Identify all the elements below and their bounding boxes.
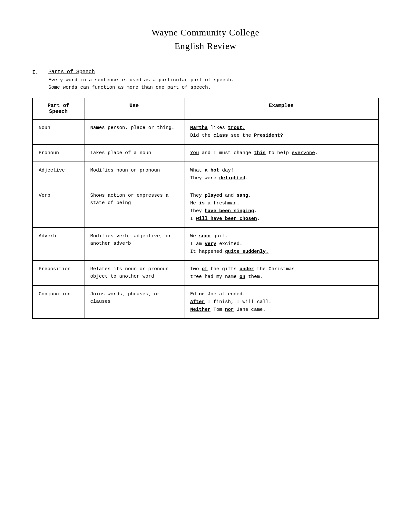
part-pronoun: Pronoun: [33, 144, 84, 162]
use-verb: Shows action or expresses a state of bei…: [84, 187, 184, 228]
section-description: Every word in a sentence is used as a pa…: [48, 77, 379, 91]
examples-adverb: We soon quit. I am very excited. It happ…: [184, 228, 378, 261]
part-noun: Noun: [33, 119, 84, 144]
page-title: Wayne Community College English Review: [32, 26, 379, 53]
examples-noun: Martha likes trout. Did the class see th…: [184, 119, 378, 144]
table-row: Adjective Modifies noun or pronoun What …: [33, 162, 378, 187]
part-adverb: Adverb: [33, 228, 84, 261]
table-header-row: Part ofSpeech Use Examples: [33, 98, 378, 119]
examples-adjective: What a hot day! They were delighted.: [184, 162, 378, 187]
use-pronoun: Takes place of a noun: [84, 144, 184, 162]
table-row: Adverb Modifies verb, adjective, or anot…: [33, 228, 378, 261]
parts-of-speech-table: Part ofSpeech Use Examples Noun Names pe…: [32, 98, 379, 319]
header-use: Use: [84, 98, 184, 119]
part-verb: Verb: [33, 187, 84, 228]
examples-preposition: Two of the gifts under the Christmastree…: [184, 261, 378, 286]
use-noun: Names person, place or thing.: [84, 119, 184, 144]
part-conjunction: Conjunction: [33, 286, 84, 319]
part-adjective: Adjective: [33, 162, 84, 187]
use-conjunction: Joins words, phrases, or clauses: [84, 286, 184, 319]
section-content: Parts of Speech Every word in a sentence…: [48, 69, 379, 91]
examples-pronoun: You and I must change this to help every…: [184, 144, 378, 162]
header-examples: Examples: [184, 98, 378, 119]
use-preposition: Relates its noun or pronoun object to an…: [84, 261, 184, 286]
table-row: Preposition Relates its noun or pronoun …: [33, 261, 378, 286]
table-row: Verb Shows action or expresses a state o…: [33, 187, 378, 228]
section-title: Parts of Speech: [48, 69, 379, 75]
examples-conjunction: Ed or Joe attended. After I finish, I wi…: [184, 286, 378, 319]
section-number: I.: [32, 69, 48, 75]
section-header: I. Parts of Speech Every word in a sente…: [32, 69, 379, 91]
use-adjective: Modifies noun or pronoun: [84, 162, 184, 187]
table-row: Noun Names person, place or thing. Marth…: [33, 119, 378, 144]
use-adverb: Modifies verb, adjective, or another adv…: [84, 228, 184, 261]
header-part-of-speech: Part ofSpeech: [33, 98, 84, 119]
table-row: Conjunction Joins words, phrases, or cla…: [33, 286, 378, 319]
table-row: Pronoun Takes place of a noun You and I …: [33, 144, 378, 162]
examples-verb: They played and sang. He is a freshman. …: [184, 187, 378, 228]
part-preposition: Preposition: [33, 261, 84, 286]
